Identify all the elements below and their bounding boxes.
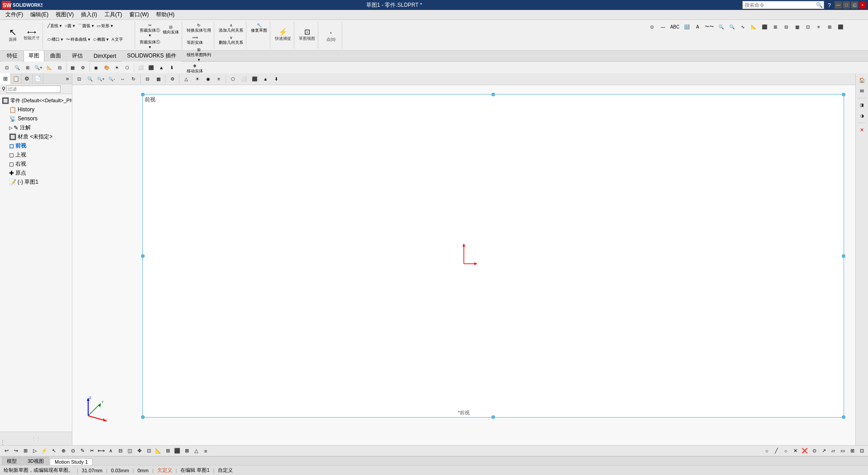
rp-mail-button[interactable]: ✉: [857, 86, 867, 96]
tree-right-view[interactable]: ◻ 右视: [0, 159, 72, 168]
tree-sketch1[interactable]: 📝 (-) 草图1: [0, 177, 72, 186]
vp-rotate-button[interactable]: ↻: [128, 74, 138, 84]
sbb-more9[interactable]: ▭: [838, 446, 847, 456]
sbb-rel[interactable]: ∧: [106, 446, 115, 456]
sbb-play[interactable]: ▷: [30, 446, 39, 456]
scene-button[interactable]: ☀: [112, 62, 122, 72]
expand-icon[interactable]: ▷: [9, 125, 13, 130]
rp-view2-button[interactable]: ◑: [857, 111, 867, 121]
vp-zoomout-button[interactable]: 🔍-: [107, 74, 117, 84]
close-button[interactable]: ×: [859, 1, 866, 9]
circle-button[interactable]: ○ 圆 ▼: [64, 23, 76, 29]
view-r11[interactable]: ⬛: [760, 22, 769, 32]
panel-tab-property[interactable]: 📋: [11, 73, 22, 84]
search-input[interactable]: [743, 2, 815, 8]
vp-shadow-button[interactable]: ⬛: [250, 74, 259, 84]
spline-button[interactable]: 〜 样条曲线 ▼: [65, 36, 92, 43]
handle-tl[interactable]: [141, 93, 145, 96]
sbb-fill[interactable]: ⬛: [173, 446, 182, 456]
sbb-dim[interactable]: 📐: [154, 446, 163, 456]
rect-dropdown[interactable]: ▼: [110, 24, 113, 28]
vp-mat-button[interactable]: ⬜: [239, 74, 249, 84]
add-rel-button[interactable]: ∧ 添加几何关系: [218, 23, 244, 34]
view-r5[interactable]: A: [693, 22, 703, 32]
array-dropdown[interactable]: ▼: [197, 58, 201, 62]
view-r13[interactable]: ⊟: [781, 22, 791, 32]
display-style-button[interactable]: ▦: [68, 62, 78, 72]
vp-section-button[interactable]: ⊟: [142, 74, 152, 84]
smart-dim-button[interactable]: ⟷ 智能尺寸: [23, 23, 41, 47]
spline-dropdown[interactable]: ▼: [87, 38, 91, 42]
slot-dropdown[interactable]: ▼: [60, 38, 64, 42]
minimize-button[interactable]: —: [835, 1, 842, 9]
rp-view1-button[interactable]: ◨: [857, 100, 867, 110]
persp-button[interactable]: ⬜: [136, 62, 146, 72]
sbb-undo[interactable]: ↩: [2, 446, 11, 456]
sbb-grid[interactable]: ⊞: [163, 446, 172, 456]
rp-close-button[interactable]: ✕: [857, 125, 867, 135]
tab-plugins[interactable]: SOLIDWORKS 插件: [122, 50, 181, 62]
tree-material[interactable]: 🔲 材质 <未指定>: [0, 132, 72, 141]
sbb-redo[interactable]: ↪: [11, 446, 20, 456]
panel-tab-custom[interactable]: 📄: [33, 73, 43, 84]
view-zoomfit-button[interactable]: ⊞: [23, 62, 33, 72]
sbb-view[interactable]: ⊡: [144, 446, 153, 456]
transfer-button[interactable]: ↻ 转换实体引用: [186, 23, 212, 34]
circle-dropdown[interactable]: ▼: [72, 24, 75, 28]
sbb-more8[interactable]: ▱: [829, 446, 838, 456]
vp-persp-button[interactable]: ≡: [214, 74, 224, 84]
panel-expand-button[interactable]: »: [63, 73, 72, 84]
vp-zoom-button[interactable]: 🔍: [85, 74, 95, 84]
realview-button[interactable]: ⬡: [123, 62, 132, 72]
sbb-more4[interactable]: ✕: [791, 446, 800, 456]
sbb-tri[interactable]: △: [192, 446, 201, 456]
view-zoomin-button[interactable]: 🔍+: [33, 62, 44, 72]
select-button[interactable]: ↖ 选择: [4, 23, 22, 47]
linear-array-button[interactable]: ⊞ 线性草图阵列 ▼: [186, 47, 212, 62]
sbb-move[interactable]: ✥: [135, 446, 144, 456]
view-r15[interactable]: ⊡: [803, 22, 813, 32]
floor-shadow-button[interactable]: ⬇: [167, 62, 177, 72]
line-dropdown[interactable]: ▼: [59, 24, 62, 28]
vp-scene-button[interactable]: ◉: [203, 74, 213, 84]
ellipse-dropdown[interactable]: ▼: [106, 38, 109, 42]
ellipse-button[interactable]: ⬭ 椭圆 ▼: [92, 36, 110, 43]
tab-surface[interactable]: 曲面: [45, 50, 66, 62]
panel-tab-config[interactable]: ⚙: [22, 73, 33, 84]
view-r9[interactable]: ∿: [738, 22, 748, 32]
left-resize-handle[interactable]: ⋮⋮: [0, 432, 72, 445]
tree-root[interactable]: 🔲 零件 (Default<<Default>_Pho: [0, 96, 72, 105]
sbb-circle[interactable]: ⊙: [68, 446, 77, 456]
menu-insert[interactable]: 插入(I): [77, 10, 100, 19]
vp-floor-button[interactable]: ⬇: [271, 74, 281, 84]
motion-tab-3d[interactable]: 3D视图: [23, 457, 49, 465]
vp-light-button[interactable]: ☀: [192, 74, 202, 84]
sbb-add[interactable]: ⊕: [59, 446, 68, 456]
edit-appear-button[interactable]: 🎨: [102, 62, 112, 72]
sbb-more5[interactable]: ❌: [800, 446, 809, 456]
line-button[interactable]: ╱ 直线 ▼: [47, 23, 63, 29]
rp-home-button[interactable]: 🏠: [857, 75, 867, 85]
tree-history[interactable]: 📋 History: [0, 105, 72, 114]
view-section-button[interactable]: ⊟: [55, 62, 65, 72]
view-r17[interactable]: ⊞: [825, 22, 835, 32]
sbb-more1[interactable]: ○: [762, 446, 771, 456]
view-r12[interactable]: ⊞: [770, 22, 780, 32]
tree-front-view[interactable]: ◻ 前视: [0, 141, 72, 150]
tree-sensors[interactable]: 📡 Sensors: [0, 114, 72, 123]
sbb-more11[interactable]: ⊡: [857, 446, 866, 456]
rect-button[interactable]: ▭ 矩形 ▼: [96, 23, 114, 29]
ambient-button[interactable]: ▲: [156, 62, 166, 72]
fast-snap-button[interactable]: ⚡ 快速捕捉: [274, 23, 292, 47]
view-3d-button[interactable]: 📐: [44, 62, 54, 72]
text-button[interactable]: A 文字: [111, 36, 124, 43]
vp-display2-button[interactable]: △: [181, 74, 191, 84]
view-zoom-button[interactable]: 🔍: [12, 62, 22, 72]
view-r3[interactable]: ABC: [669, 22, 681, 32]
vp-view-set-button[interactable]: ⚙: [167, 74, 177, 84]
mirror-button[interactable]: ⊟ 镜向实体: [162, 23, 180, 38]
sbb-more2[interactable]: ╱: [772, 446, 781, 456]
handle-bm[interactable]: [491, 415, 495, 419]
vp-ambient-button[interactable]: ▲: [260, 74, 270, 84]
handle-tm[interactable]: [491, 93, 495, 96]
